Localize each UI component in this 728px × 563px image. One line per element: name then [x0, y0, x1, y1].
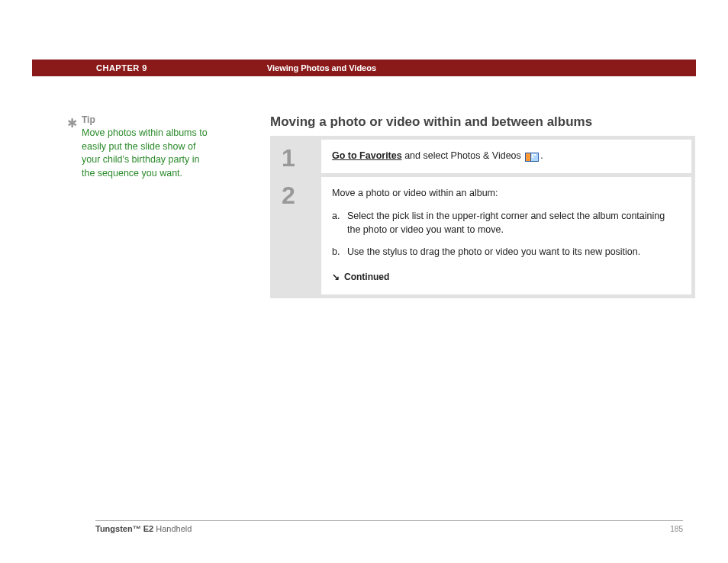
chapter-number-label: CHAPTER 9 — [96, 63, 147, 72]
chapter-header: CHAPTER 9 Viewing Photos and Videos — [32, 60, 696, 76]
svg-rect-5 — [532, 156, 533, 158]
tip-label: Tip — [82, 114, 208, 125]
tip-sidebar: ✱ Tip Move photos within albums to easil… — [82, 114, 208, 180]
sub-step-text: Use the stylus to drag the photo or vide… — [347, 245, 681, 259]
sub-step-text: Select the pick list in the upper-right … — [347, 209, 681, 236]
step-body: Move a photo or video within an album: a… — [321, 177, 691, 294]
footer-product-rest: Handheld — [153, 524, 192, 533]
step-row: 1 Go to Favorites and select Photos & Vi… — [274, 140, 691, 173]
svg-rect-3 — [532, 154, 533, 156]
step-intro: Move a photo or video within an album: — [332, 186, 681, 200]
step-end: . — [540, 150, 543, 161]
continued-label: Continued — [344, 271, 389, 284]
go-to-favorites-link[interactable]: Go to Favorites — [332, 150, 402, 161]
section-title: Moving a photo or video within and betwe… — [270, 114, 592, 130]
sub-step: b. Use the stylus to drag the photo or v… — [332, 245, 681, 259]
footer-product: Tungsten™ E2 Handheld — [95, 524, 192, 533]
steps-container: 1 Go to Favorites and select Photos & Vi… — [270, 136, 695, 298]
footer-product-bold: Tungsten™ E2 — [95, 524, 153, 533]
continued-arrow-icon: ↘ — [332, 271, 340, 284]
step-number: 1 — [274, 140, 321, 173]
step-body: Go to Favorites and select Photos & Vide… — [321, 140, 691, 173]
svg-rect-4 — [534, 154, 536, 156]
asterisk-icon: ✱ — [67, 116, 77, 130]
footer-page-number: 185 — [670, 525, 683, 533]
chapter-title: Viewing Photos and Videos — [267, 63, 376, 72]
step-row: 2 Move a photo or video within an album:… — [274, 177, 691, 294]
sub-step-list: a. Select the pick list in the upper-rig… — [332, 209, 681, 258]
continued-indicator: ↘ Continued — [332, 271, 681, 284]
footer-rule — [95, 520, 683, 521]
sub-step: a. Select the pick list in the upper-rig… — [332, 209, 681, 236]
tip-text: Move photos within albums to easily put … — [82, 127, 208, 180]
sub-step-letter: b. — [332, 245, 347, 259]
sub-step-letter: a. — [332, 209, 347, 236]
step-text: and select Photos & Videos — [402, 150, 524, 161]
photos-videos-icon — [525, 152, 539, 161]
svg-rect-1 — [526, 153, 530, 161]
step-number: 2 — [274, 177, 321, 294]
